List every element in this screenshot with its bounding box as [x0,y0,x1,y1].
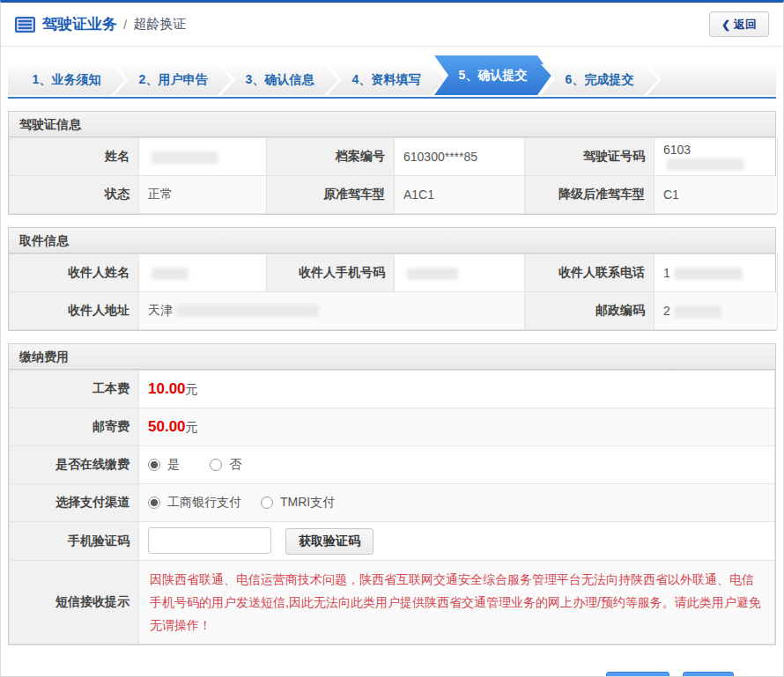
step-tab-6[interactable]: 6、完成提交 [541,64,658,95]
table-row: 短信接收提示 因陕西省联通、电信运营商技术问题，陕西省互联网交通安全综合服务管理… [10,561,775,644]
radio-checked-icon[interactable] [148,459,160,471]
field-label: 驾驶证号码 [525,138,655,176]
radio-label: 工商银行支付 [167,495,241,511]
fee-unit: 元 [186,382,198,396]
radio-checked-icon[interactable] [148,497,160,509]
redacted-value [674,305,721,318]
field-label: 邮寄费 [10,408,139,446]
radio-option-yes[interactable]: 是 [148,457,180,473]
step-tab-3[interactable]: 3、确认信息 [221,64,338,95]
redacted-value [407,268,458,280]
fees-table: 工本费 10.00元 邮寄费 50.00元 是否在线缴费 是 [9,370,775,644]
fee-unit: 元 [186,420,198,434]
step-tab-1[interactable]: 1、业务须知 [8,64,125,95]
table-row: 收件人姓名 收件人手机号码 收件人联系电话 1 [10,254,778,292]
sms-code-input[interactable] [148,527,271,554]
table-row: 邮寄费 50.00元 [10,408,775,446]
online-pay-options: 是 否 [139,446,775,484]
table-row: 收件人地址 天津 邮政编码 2 [10,292,778,330]
field-value [139,254,267,292]
field-label: 状态 [10,176,139,214]
field-label: 是否在线缴费 [10,446,139,484]
redacted-value [176,305,319,317]
page: 驾驶证业务 / 超龄换证 ❮ 返回 1、业务须知 2、用户申告 3、确认信息 4… [0,0,784,677]
field-value [139,138,267,176]
field-label: 降级后准驾车型 [525,176,655,214]
field-value: 50.00元 [139,408,775,446]
table-row: 姓名 档案编号 610300****85 驾驶证号码 6103 [10,138,778,176]
radio-label: TMRI支付 [280,495,335,511]
field-label: 选择支付渠道 [10,484,139,522]
field-label: 档案编号 [267,138,395,176]
radio-option-tmri[interactable]: TMRI支付 [261,495,335,511]
table-row: 手机验证码 获取验证码 [10,522,775,561]
section-title: 缴纳费用 [9,344,775,370]
radio-label: 否 [229,457,241,473]
back-button-label: 返回 [734,17,757,33]
table-row: 工本费 10.00元 [10,371,775,408]
get-sms-code-button[interactable]: 获取验证码 [285,528,374,555]
radio-label: 是 [167,457,180,473]
redacted-value [152,268,189,280]
back-button[interactable]: ❮ 返回 [709,11,769,37]
radio-unchecked-icon[interactable] [261,497,273,509]
chevron-left-icon: ❮ [721,18,730,31]
field-label: 收件人地址 [10,292,139,330]
breadcrumb-separator: / [123,17,127,32]
field-label: 收件人手机号码 [267,254,395,292]
page-header: 驾驶证业务 / 超龄换证 ❮ 返回 [1,3,783,47]
table-row: 是否在线缴费 是 否 [10,446,775,484]
footer-actions: 上一步 完成 [1,672,734,677]
radio-option-icbc[interactable]: 工商银行支付 [148,495,241,511]
field-value: 天津 [139,292,525,330]
form-list-icon [15,17,35,33]
field-value: 6103 [655,138,778,176]
field-value: A1C1 [395,176,525,214]
redacted-value [667,158,744,171]
table-row: 状态 正常 原准驾车型 A1C1 降级后准驾车型 C1 [10,176,778,214]
section-pickup-info: 取件信息 收件人姓名 收件人手机号码 收件人联系电话 1 收件人地址 天津 邮政… [8,227,776,331]
step-tab-4[interactable]: 4、资料填写 [328,64,445,95]
field-label: 收件人姓名 [10,254,139,292]
field-value: 610300****85 [395,138,525,176]
section-fees: 缴纳费用 工本费 10.00元 邮寄费 50.00元 是否在线缴费 [8,343,776,645]
previous-step-button[interactable]: 上一步 [606,672,669,677]
cost-fee-amount: 10.00 [148,380,186,397]
table-row: 选择支付渠道 工商银行支付 TMRI支付 [10,484,775,522]
field-label: 邮政编码 [525,292,655,330]
finish-button[interactable]: 完成 [683,672,734,677]
field-label: 工本费 [10,371,139,408]
sms-code-cell: 获取验证码 [139,522,775,561]
sms-notice-text: 因陕西省联通、电信运营商技术问题，陕西省互联网交通安全综合服务管理平台无法向持陕… [150,568,764,637]
field-value: 10.00元 [139,371,775,408]
section-license-info: 驾驶证信息 姓名 档案编号 610300****85 驾驶证号码 6103 状态… [8,111,776,215]
field-label: 姓名 [10,138,139,176]
step-tab-5-active[interactable]: 5、确认提交 [434,55,551,95]
field-value: 2 [655,292,778,330]
license-info-table: 姓名 档案编号 610300****85 驾驶证号码 6103 状态 正常 原准… [9,137,778,214]
step-bar-filler [647,64,776,95]
radio-unchecked-icon[interactable] [210,459,222,471]
step-tab-2[interactable]: 2、用户申告 [115,64,232,95]
pay-channel-options: 工商银行支付 TMRI支付 [139,484,775,522]
page-title: 驾驶证业务 [42,14,117,34]
pickup-info-table: 收件人姓名 收件人手机号码 收件人联系电话 1 收件人地址 天津 邮政编码 2 [9,254,778,330]
post-fee-amount: 50.00 [148,418,186,435]
field-value: 正常 [139,176,267,214]
redacted-value [674,268,743,280]
sms-notice-cell: 因陕西省联通、电信运营商技术问题，陕西省互联网交通安全综合服务管理平台无法向持陕… [139,561,775,644]
section-title: 取件信息 [9,228,775,254]
field-label: 原准驾车型 [267,176,395,214]
section-title: 驾驶证信息 [9,112,775,137]
redacted-value [152,151,218,164]
field-label: 短信接收提示 [10,561,139,644]
field-value: 1 [655,254,778,292]
field-label: 收件人联系电话 [525,254,655,292]
breadcrumb-current: 超龄换证 [133,16,186,33]
radio-option-no[interactable]: 否 [210,457,241,473]
field-value [395,254,525,292]
field-label: 手机验证码 [10,522,139,561]
field-value: C1 [655,176,778,214]
step-bar: 1、业务须知 2、用户申告 3、确认信息 4、资料填写 5、确认提交 6、完成提… [8,55,776,99]
